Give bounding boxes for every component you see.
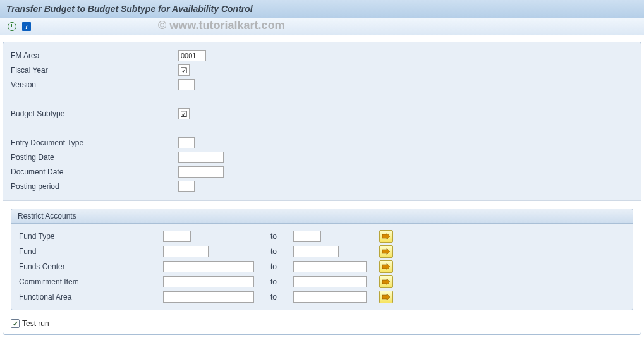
row-posting-period: Posting period — [11, 179, 633, 193]
row-version: Version — [11, 78, 633, 92]
label-version: Version — [11, 80, 178, 89]
info-button[interactable]: i — [20, 20, 33, 33]
row-commitment-item: Commitment Item to — [19, 274, 625, 289]
toolbar: i — [0, 18, 644, 35]
arrow-right-icon — [382, 233, 390, 239]
group-body: Fund Type to Fund to Funds Center — [11, 224, 633, 310]
to-label: to — [270, 247, 293, 256]
multi-select-funds-center[interactable] — [379, 260, 393, 273]
label-fund: Fund — [19, 247, 163, 256]
execute-button[interactable] — [5, 20, 19, 33]
label-commitment-item: Commitment Item — [19, 277, 163, 286]
row-test-run: Test run — [11, 319, 633, 328]
input-functional-area-from[interactable] — [163, 291, 254, 303]
row-budget-subtype: Budget Subtype — [11, 107, 633, 121]
input-fund-to[interactable] — [293, 246, 339, 257]
row-entry-doc-type: Entry Document Type — [11, 136, 633, 150]
label-posting-date: Posting Date — [11, 153, 178, 162]
input-fund-type-to[interactable] — [293, 231, 321, 242]
row-functional-area: Functional Area to — [19, 289, 625, 305]
label-budget-subtype: Budget Subtype — [11, 109, 178, 118]
input-entry-doc-type[interactable] — [178, 137, 195, 148]
to-label: to — [270, 293, 293, 301]
label-functional-area: Functional Area — [19, 293, 163, 301]
checkbox-test-run[interactable] — [11, 319, 20, 328]
input-version[interactable] — [178, 79, 195, 90]
row-fiscal-year: Fiscal Year — [11, 63, 633, 77]
arrow-right-icon — [382, 279, 390, 285]
arrow-right-icon — [382, 294, 390, 300]
to-label: to — [270, 232, 293, 241]
title-bar: Transfer Budget to Budget Subtype for Av… — [0, 0, 644, 18]
input-fm-area[interactable] — [178, 50, 206, 61]
page-title: Transfer Budget to Budget Subtype for Av… — [6, 4, 638, 14]
group-header: Restrict Accounts — [11, 209, 633, 224]
label-entry-doc-type: Entry Document Type — [11, 138, 178, 147]
row-fund: Fund to — [19, 244, 625, 259]
row-funds-center: Funds Center to — [19, 259, 625, 274]
row-posting-date: Posting Date — [11, 150, 633, 164]
svg-marker-4 — [382, 294, 390, 300]
label-fund-type: Fund Type — [19, 232, 163, 241]
group-restrict-accounts: Restrict Accounts Fund Type to Fund to — [11, 209, 633, 310]
label-funds-center: Funds Center — [19, 262, 163, 271]
label-fm-area: FM Area — [11, 51, 178, 60]
input-commitment-item-from[interactable] — [163, 276, 254, 288]
input-posting-date[interactable] — [178, 152, 224, 163]
to-label: to — [270, 262, 293, 271]
info-icon: i — [22, 22, 31, 31]
multi-select-functional-area[interactable] — [379, 291, 393, 303]
arrow-right-icon — [382, 263, 390, 270]
multi-select-commitment-item[interactable] — [379, 275, 393, 288]
row-fm-area: FM Area — [11, 49, 633, 63]
input-functional-area-to[interactable] — [293, 291, 367, 303]
multi-select-fund[interactable] — [379, 245, 393, 258]
arrow-right-icon — [382, 248, 390, 255]
label-test-run: Test run — [22, 319, 49, 328]
input-posting-period[interactable] — [178, 181, 195, 192]
input-fund-type-from[interactable] — [163, 231, 191, 242]
multi-select-fund-type[interactable] — [379, 230, 393, 243]
form-area: FM Area Fiscal Year Version Budget Subty… — [3, 42, 641, 201]
svg-marker-0 — [382, 233, 390, 239]
label-fiscal-year: Fiscal Year — [11, 66, 178, 75]
content: FM Area Fiscal Year Version Budget Subty… — [0, 35, 644, 341]
to-label: to — [270, 277, 293, 286]
required-fiscal-year-icon[interactable] — [178, 64, 190, 76]
svg-marker-3 — [382, 279, 390, 285]
input-funds-center-from[interactable] — [163, 261, 254, 272]
input-fund-from[interactable] — [163, 246, 209, 257]
row-fund-type: Fund Type to — [19, 229, 625, 244]
label-posting-period: Posting period — [11, 182, 178, 191]
input-funds-center-to[interactable] — [293, 261, 367, 272]
row-document-date: Document Date — [11, 165, 633, 179]
svg-marker-2 — [382, 263, 390, 270]
main-panel: FM Area Fiscal Year Version Budget Subty… — [3, 42, 641, 335]
clock-icon — [8, 22, 16, 31]
label-document-date: Document Date — [11, 167, 178, 176]
svg-marker-1 — [382, 248, 390, 255]
input-commitment-item-to[interactable] — [293, 276, 367, 288]
required-budget-subtype-icon[interactable] — [178, 108, 190, 119]
input-document-date[interactable] — [178, 166, 224, 178]
